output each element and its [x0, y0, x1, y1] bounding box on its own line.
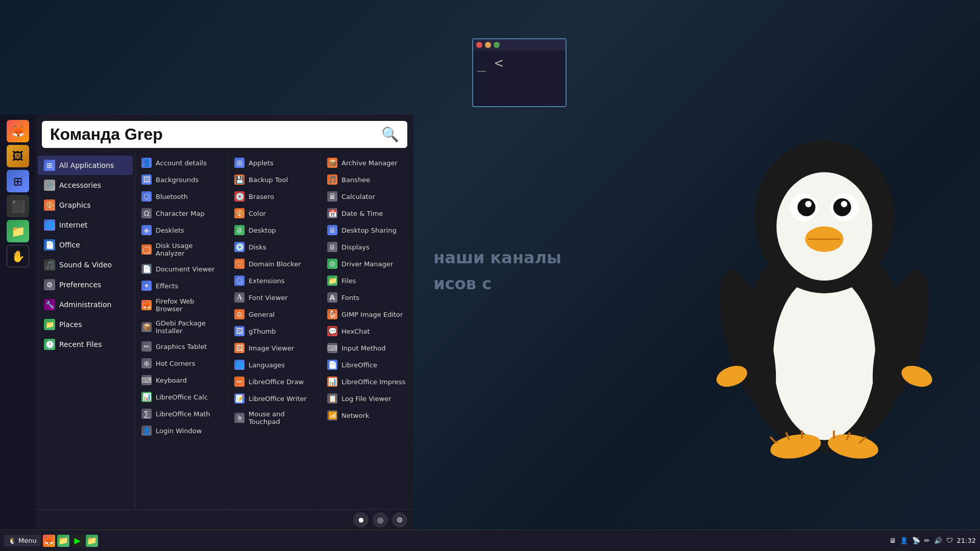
app-firefox[interactable]: 🦊 Firefox Web Browser	[137, 294, 226, 316]
taskbar-folder-icon[interactable]: 📁	[86, 535, 98, 547]
app-applets[interactable]: ⊞ Applets	[230, 155, 318, 171]
menu-bottom-btn-3[interactable]: ⚙	[392, 512, 407, 528]
app-effects[interactable]: ✦ Effects	[137, 278, 226, 294]
menu-bottom-btn-2[interactable]: ◎	[373, 512, 388, 528]
taskbar-tray-icon-1[interactable]: 🖥	[889, 537, 896, 544]
app-image-viewer-icon: 🖼	[234, 343, 244, 353]
app-fonts[interactable]: A Fonts	[323, 289, 411, 306]
app-domain-blocker[interactable]: 🛡 Domain Blocker	[230, 256, 318, 272]
category-internet[interactable]: 🌐 Internet	[38, 215, 133, 235]
app-lo-math[interactable]: ∑ LibreOffice Math	[137, 406, 226, 422]
app-calculator[interactable]: 🖩 Calculator	[323, 188, 411, 205]
terminal-window[interactable]: _ <	[472, 38, 567, 107]
category-accessories[interactable]: 📎 Accessories	[38, 176, 133, 195]
app-languages[interactable]: 🌐 Languages	[230, 357, 318, 373]
terminal-maximize-btn[interactable]	[494, 42, 500, 48]
app-backgrounds[interactable]: 🖼 Backgrounds	[137, 171, 226, 188]
category-all-applications[interactable]: ⊞ All Applications	[38, 156, 133, 175]
taskbar-right-area: 🖥 👤 📡 ✏ 🔊 🛡 21:32	[889, 537, 976, 544]
sidebar-applets-icon[interactable]: ⊞	[7, 170, 29, 192]
app-libreoffice[interactable]: 📄 LibreOffice	[323, 357, 411, 373]
app-driver-manager[interactable]: ⚙ Driver Manager	[323, 256, 411, 272]
menu-bottom-btn-1[interactable]: ⏺	[353, 512, 369, 528]
app-banshee[interactable]: 🎵 Banshee	[323, 171, 411, 188]
app-color[interactable]: 🎨 Color	[230, 205, 318, 221]
app-desklets[interactable]: ◈ Desklets	[137, 222, 226, 238]
app-gimp[interactable]: 🐕 GIMP Image Editor	[323, 306, 411, 322]
app-brasero[interactable]: 💿 Brasero	[230, 188, 318, 205]
taskbar-firefox-icon[interactable]: 🦊	[43, 535, 55, 547]
app-lo-writer[interactable]: 📝 LibreOffice Writer	[230, 390, 318, 407]
app-network[interactable]: 📶 Network	[323, 407, 411, 423]
taskbar-terminal-icon[interactable]: ▶	[71, 535, 84, 547]
sidebar-pointer-icon[interactable]: ✋	[7, 245, 29, 267]
app-fonts-icon: A	[327, 292, 337, 303]
category-sound-video[interactable]: 🎵 Sound & Video	[38, 255, 133, 274]
category-accessories-label: Accessories	[59, 181, 101, 189]
taskbar-tray-icon-3[interactable]: 📡	[912, 537, 920, 544]
app-desktop-sharing[interactable]: 🖥 Desktop Sharing	[323, 222, 411, 238]
category-recent-files[interactable]: 🕐 Recent Files	[38, 335, 133, 354]
category-all-icon: ⊞	[44, 160, 55, 171]
app-disk-usage[interactable]: ◯ Disk Usage Analyzer	[137, 239, 226, 260]
app-hexchat[interactable]: 💬 HexChat	[323, 323, 411, 339]
sidebar-folder-icon[interactable]: 📁	[7, 220, 29, 242]
taskbar-menu-button[interactable]: 🐧 Menu	[4, 535, 41, 546]
search-button[interactable]: 🔍	[381, 126, 399, 143]
app-mouse-touchpad[interactable]: 🖱 Mouse and Touchpad	[230, 407, 318, 429]
app-gdebi[interactable]: 📦 GDebi Package Installer	[137, 316, 226, 338]
app-extensions[interactable]: ⬡ Extensions	[230, 272, 318, 289]
app-desktop[interactable]: 🖥 Desktop	[230, 222, 318, 238]
category-preferences-label: Preferences	[59, 281, 101, 289]
category-office[interactable]: 📄 Office	[38, 235, 133, 255]
app-lo-draw[interactable]: ✏ LibreOffice Draw	[230, 373, 318, 390]
app-login-window[interactable]: 👤 Login Window	[137, 422, 226, 439]
app-graphics-tablet[interactable]: ✏ Graphics Tablet	[137, 338, 226, 355]
app-lo-calc[interactable]: 📊 LibreOffice Calc	[137, 389, 226, 405]
app-lo-impress[interactable]: 📊 LibreOffice Impress	[323, 373, 411, 390]
app-files[interactable]: 📁 Files	[323, 272, 411, 289]
taskbar-tray-icon-2[interactable]: 👤	[900, 537, 908, 544]
category-internet-label: Internet	[59, 221, 88, 229]
app-graphics-tablet-icon: ✏	[141, 341, 152, 352]
taskbar-tray-icon-6[interactable]: 🛡	[946, 537, 953, 544]
app-disks[interactable]: 💿 Disks	[230, 239, 318, 255]
app-bluetooth[interactable]: ⬡ Bluetooth	[137, 188, 226, 205]
app-lo-math-icon: ∑	[141, 409, 152, 419]
app-gthumb[interactable]: 🖼 gThumb	[230, 323, 318, 339]
sidebar-files-icon[interactable]: 🖼	[7, 145, 29, 167]
search-text: Команда Grep	[50, 125, 376, 144]
app-input-method-icon: ⌨	[327, 343, 337, 353]
taskbar-tray-icon-4[interactable]: ✏	[924, 537, 930, 544]
app-hot-corners[interactable]: ⊕ Hot Corners	[137, 355, 226, 371]
app-archive-manager[interactable]: 📦 Archive Manager	[323, 155, 411, 171]
category-places[interactable]: 📁 Places	[38, 315, 133, 334]
app-banshee-icon: 🎵	[327, 174, 337, 185]
taskbar-files-icon[interactable]: 📁	[57, 535, 69, 547]
app-input-method[interactable]: ⌨ Input Method	[323, 340, 411, 356]
sidebar-firefox-icon[interactable]: 🦊	[7, 120, 29, 142]
app-displays[interactable]: 🖥 Displays	[323, 239, 411, 255]
app-login-window-label: Login Window	[156, 427, 202, 435]
terminal-close-btn[interactable]	[476, 42, 482, 48]
category-recent-label: Recent Files	[59, 340, 102, 348]
app-font-viewer[interactable]: A Font Viewer	[230, 289, 318, 306]
app-general[interactable]: ⚙ General	[230, 306, 318, 322]
category-preferences[interactable]: ⚙ Preferences	[38, 275, 133, 294]
app-account-details[interactable]: 👤 Account details	[137, 155, 226, 171]
taskbar-tray-icon-5[interactable]: 🔊	[934, 537, 942, 544]
app-keyboard[interactable]: ⌨ Keyboard	[137, 372, 226, 388]
app-log-file-viewer[interactable]: 📋 Log File Viewer	[323, 390, 411, 407]
app-image-viewer[interactable]: 🖼 Image Viewer	[230, 340, 318, 356]
terminal-minimize-btn[interactable]	[485, 42, 491, 48]
app-archive-manager-label: Archive Manager	[341, 159, 398, 167]
app-firefox-icon: 🦊	[141, 300, 152, 310]
app-date-time[interactable]: 📅 Date & Time	[323, 205, 411, 221]
app-backgrounds-icon: 🖼	[141, 174, 152, 185]
category-graphics[interactable]: 🎨 Graphics	[38, 195, 133, 215]
app-document-viewer[interactable]: 📄 Document Viewer	[137, 261, 226, 277]
app-character-map[interactable]: Ω Character Map	[137, 205, 226, 221]
sidebar-terminal-icon[interactable]: ⬛	[7, 195, 29, 217]
category-administration[interactable]: 🔧 Administration	[38, 295, 133, 314]
app-backup-tool[interactable]: 💾 Backup Tool	[230, 171, 318, 188]
